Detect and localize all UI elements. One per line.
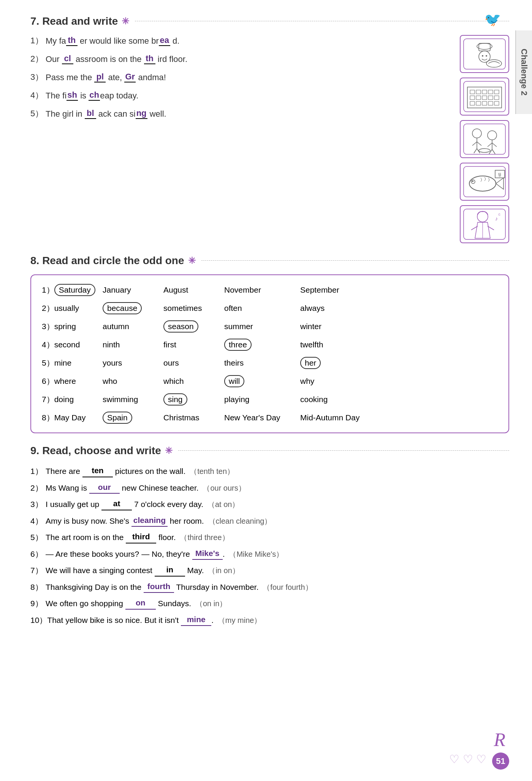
choices: （at on） [207,500,239,509]
item-content: — Are these books yours? — No, they're M… [46,547,283,560]
item-content: We will have a singing contest in May. （… [46,564,240,577]
blank-th2: th [144,54,155,64]
choices: （my mine） [218,616,262,624]
page-number: 51 [492,752,509,770]
item-text: The girl in bl ack can sing well. [46,108,166,119]
cell: New Year's Day [221,412,297,423]
page-number-text: 51 [496,756,505,766]
section9-item-9: 9） We often go shopping on Sundays. （on … [30,597,509,610]
svg-line-29 [474,149,477,153]
svg-line-36 [492,149,495,154]
item-num: 5） [30,108,46,119]
cell: sometimes [160,303,221,314]
section-9-star: ✳ [165,445,173,456]
chef-svg [462,37,507,71]
item-content: I usually get up at 7 o'clock every day.… [46,497,239,510]
cell: 2）usually [39,302,100,314]
svg-line-33 [488,143,492,147]
cell: ours [160,358,221,368]
svg-rect-13 [494,90,499,94]
section9-item-2: 2） Ms Wang is our new Chinese teacher. （… [30,481,509,494]
exercise-7-2: 2） Our cl assroom is on the th ird floor… [30,53,448,65]
section-8-title: 8. Read and circle the odd one [30,255,184,267]
item-text: Pass me the pl ate, Gr andma! [46,72,166,82]
odd-row-1: 1）Saturday January August November Septe… [39,281,501,299]
singer-image: ♪ ♫ [460,205,509,243]
cell: yours [100,358,160,368]
item-text: Our cl assroom is on the th ird floor. [46,54,187,64]
item-num: 3） [30,71,46,83]
svg-text:♪: ♪ [495,215,498,222]
cell: twelfth [297,339,373,350]
section-8: 8. Read and circle the odd one ✳ 1）Satur… [30,255,509,433]
odd-one-table: 1）Saturday January August November Septe… [30,274,509,433]
exercise-7-4: 4） The fish is cheap today. [30,90,448,101]
svg-rect-20 [476,101,481,105]
item-content: That yellow bike is so nice. But it isn'… [47,613,261,626]
answer-fourth: fourth [144,580,174,593]
section-7-images: 特 价 [460,35,509,243]
item-content: There are ten pictures on the wall. （ten… [46,464,234,477]
r-decoration: R [494,729,505,751]
svg-rect-18 [494,96,499,100]
svg-text:价: 价 [498,174,501,177]
blank-ea: ea [159,35,170,46]
fish-svg: 特 价 [462,165,507,199]
section-7: 7. Read and write ✳ 1） My fath er would … [30,15,509,243]
section9-item-4: 4） Amy is busy now. She's cleaning her r… [30,514,509,527]
odd-row-6: 6）where who which will why [39,372,501,390]
circled-word: sing [163,393,187,406]
svg-rect-2 [479,43,490,51]
cell: Spain [100,411,160,425]
circled-word: season [163,320,198,333]
section-7-title: 7. Read and write [30,15,118,27]
cell: November [221,285,297,295]
section-9-header: 9. Read, choose and write ✳ [30,445,509,457]
section9-item-10: 10） That yellow bike is so nice. But it … [30,613,509,626]
item-content: Thanksgiving Day is on the fourth Thursd… [46,580,313,593]
section-9-title: 9. Read, choose and write [30,445,161,457]
cell: sing [160,393,221,406]
cell: theirs [221,358,297,368]
blank-bl: bl [85,108,96,119]
choices: （on in） [195,599,227,608]
row-num: 5） [42,358,54,368]
answer-in: in [155,564,185,577]
blank-sh: sh [66,90,78,101]
choices: （tenth ten） [190,467,234,475]
blank-gr: Gr [124,72,136,82]
blank-pl: pl [94,72,106,82]
section-9: 9. Read, choose and write ✳ 1） There are… [30,445,509,626]
choices: （four fourth） [263,583,312,591]
svg-rect-14 [470,96,475,100]
classroom-svg [462,79,507,114]
svg-rect-23 [494,101,499,105]
circled-word: her [300,357,321,369]
choices: （Mike Mike's） [229,550,283,558]
odd-row-2: 2）usually because sometimes often always [39,299,501,317]
cell: summer [221,321,297,332]
item-num: 1） [30,35,46,46]
svg-line-34 [492,143,497,147]
svg-point-25 [472,129,481,138]
row-num: 4） [42,339,54,350]
svg-rect-15 [476,96,481,100]
circled-word: will [224,375,244,387]
item-num: 9） [30,597,46,610]
svg-point-46 [477,211,488,222]
svg-point-4 [482,55,483,57]
section-8-header: 8. Read and circle the odd one ✳ [30,255,509,267]
choices: （clean cleaning） [208,517,272,525]
cell: autumn [100,321,160,332]
item-num: 8） [30,581,46,593]
hearts-decoration: ♡ ♡ ♡ [449,752,486,766]
choices: （third three） [180,533,229,542]
section9-item-3: 3） I usually get up at 7 o'clock every d… [30,497,509,510]
cell: why [297,376,373,387]
choices: （our ours） [203,484,245,492]
svg-rect-12 [488,90,493,94]
circled-word: because [103,302,142,314]
section-7-star: ✳ [122,16,129,27]
answer-at: at [101,497,132,510]
cell: 5）mine [39,357,100,369]
